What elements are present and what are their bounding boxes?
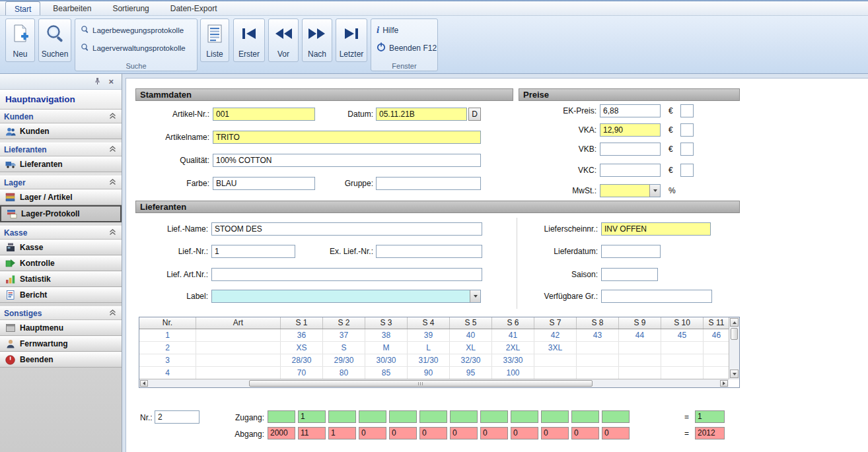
beenden-f12-button[interactable]: Beenden F12 (374, 39, 435, 57)
zugang-cell[interactable] (480, 410, 508, 423)
sidebar-item-hauptmenu[interactable]: Hauptmenu (0, 320, 122, 336)
zugang-cell[interactable] (359, 410, 386, 423)
lief-name-input[interactable] (211, 222, 482, 236)
sidebar-group-header-kasse[interactable]: Kasse (0, 226, 122, 240)
sidebar-item-lieferanten[interactable]: Lieferanten (0, 156, 122, 172)
sidebar-group-header-kunden[interactable]: Kunden (0, 110, 122, 123)
preise-extra-box[interactable] (680, 104, 694, 117)
zugang-cell[interactable] (571, 410, 599, 423)
label-select[interactable] (211, 290, 481, 303)
preise-input-ek-preis[interactable] (600, 104, 661, 117)
preise-extra-box[interactable] (680, 164, 694, 177)
table-row[interactable]: 2XSSMLXL2XL3XL (139, 342, 739, 354)
sidebar-item-bericht[interactable]: Bericht (0, 287, 122, 303)
sidebar-group-header-lieferanten[interactable]: Lieferanten (0, 143, 122, 156)
tab-bearbeiten[interactable]: Bearbeiten (44, 1, 100, 15)
artikelname-input[interactable] (213, 131, 481, 144)
sidebar-item-lager-artikel[interactable]: Lager / Artikel (0, 189, 122, 205)
table-row[interactable]: 13637383940414243444546 (139, 329, 739, 342)
preise-extra-box[interactable] (680, 143, 694, 156)
abgang-cell[interactable]: 0 (419, 427, 447, 439)
column-header-s-2[interactable]: S 2 (323, 317, 365, 329)
sidebar-item-statistik[interactable]: Statistik (0, 271, 122, 287)
preise-extra-box[interactable] (680, 123, 694, 137)
preise-input-vkb[interactable] (600, 143, 661, 156)
column-header-s-5[interactable]: S 5 (450, 317, 492, 329)
abgang-cell[interactable]: 0 (571, 427, 599, 439)
abgang-cell[interactable]: 0 (450, 427, 478, 439)
tab-sortierung[interactable]: Sortierung (104, 1, 157, 15)
sidebar-item-fernwartung[interactable]: Fernwartung (0, 336, 122, 352)
scroll-up-button[interactable] (730, 318, 739, 327)
farbe-input[interactable] (213, 177, 315, 190)
sidebar-item-kontrolle[interactable]: Kontrolle (0, 255, 122, 271)
lagerverwaltungsprotokolle-button[interactable]: Lagerverwaltungsprotokolle (78, 39, 194, 57)
table-row[interactable]: 47080859095100 (139, 367, 739, 379)
abgang-cell[interactable]: 0 (480, 427, 508, 439)
zugang-cell[interactable] (541, 410, 569, 423)
neu-button[interactable]: Neu (5, 18, 35, 62)
zugang-cell[interactable] (328, 410, 356, 423)
suchen-button[interactable]: Suchen (38, 18, 71, 62)
erster-button[interactable]: Erster (233, 18, 265, 62)
nr-input[interactable] (155, 410, 199, 424)
scroll-down-button[interactable] (730, 370, 739, 378)
abgang-cell[interactable]: 0 (541, 427, 569, 439)
lagerbewegungsprotokolle-button[interactable]: Lagerbewegungsprotokolle (78, 21, 194, 39)
sidebar-item-lager-protokoll[interactable]: Lager-Protokoll (0, 205, 122, 222)
column-header-s-1[interactable]: S 1 (281, 317, 323, 329)
sidebar-item-beenden[interactable]: Beenden (0, 352, 122, 368)
lief-nr-input[interactable] (211, 245, 295, 258)
abgang-cell[interactable]: 0 (389, 427, 417, 439)
zugang-cell[interactable]: 1 (298, 410, 326, 423)
abgang-cell[interactable]: 1 (328, 427, 356, 439)
qualitaet-input[interactable] (213, 154, 481, 167)
vor-button[interactable]: Vor (268, 18, 299, 62)
chevron-down-icon[interactable] (649, 185, 660, 197)
abgang-cell[interactable]: 2000 (268, 427, 295, 439)
abgang-cell[interactable]: 0 (511, 427, 538, 439)
horizontal-scrollbar-thumb[interactable] (249, 380, 593, 387)
zugang-cell[interactable] (419, 410, 447, 423)
pin-icon[interactable] (94, 77, 101, 86)
zugang-cell[interactable] (268, 410, 295, 423)
scroll-right-button[interactable] (720, 380, 728, 387)
gruppe-input[interactable] (376, 177, 481, 190)
zugang-cell[interactable] (450, 410, 478, 423)
column-header-nr[interactable]: Nr. (139, 317, 196, 329)
lief-artnr-input[interactable] (211, 268, 482, 281)
zugang-cell[interactable] (511, 410, 538, 423)
sidebar-group-header-sonstiges[interactable]: Sonstiges (0, 306, 122, 320)
column-header-s-6[interactable]: S 6 (492, 317, 534, 329)
zugang-cell[interactable] (602, 410, 630, 423)
artikel-nr-input[interactable] (213, 108, 315, 121)
scroll-left-button[interactable] (140, 380, 148, 387)
abgang-cell[interactable]: 11 (298, 427, 326, 439)
chevron-down-icon[interactable] (470, 290, 480, 302)
preise-input-vkc[interactable] (600, 164, 661, 177)
saison-input[interactable] (601, 268, 658, 281)
column-header-s-10[interactable]: S 10 (661, 317, 704, 329)
preise-input-vka[interactable] (600, 123, 661, 137)
vertical-scrollbar[interactable] (729, 317, 739, 379)
verfuegbare-gr-input[interactable] (601, 290, 712, 303)
column-header-s-11[interactable]: S 11 (704, 317, 730, 329)
vertical-scrollbar-thumb[interactable] (731, 328, 738, 340)
abgang-cell[interactable]: 0 (359, 427, 386, 439)
hilfe-button[interactable]: i Hilfe (374, 21, 435, 39)
tab-daten-export[interactable]: Daten-Export (162, 1, 226, 15)
liste-button[interactable]: Liste (200, 18, 229, 62)
column-header-s-8[interactable]: S 8 (577, 317, 619, 329)
sidebar-item-kasse[interactable]: Kasse (0, 240, 122, 255)
column-header-s-9[interactable]: S 9 (619, 317, 661, 329)
close-icon[interactable]: × (108, 77, 114, 86)
sidebar-item-kunden[interactable]: Kunden (0, 123, 122, 139)
zugang-cell[interactable] (389, 410, 417, 423)
lieferdatum-input[interactable] (601, 245, 661, 258)
letzter-button[interactable]: Letzter (336, 18, 367, 62)
table-row[interactable]: 328/3029/3030/3031/3032/3033/30 (139, 354, 739, 367)
column-header-s-3[interactable]: S 3 (365, 317, 408, 329)
column-header-s-4[interactable]: S 4 (408, 317, 450, 329)
horizontal-scrollbar[interactable] (139, 379, 729, 387)
abgang-cell[interactable]: 0 (602, 427, 630, 439)
